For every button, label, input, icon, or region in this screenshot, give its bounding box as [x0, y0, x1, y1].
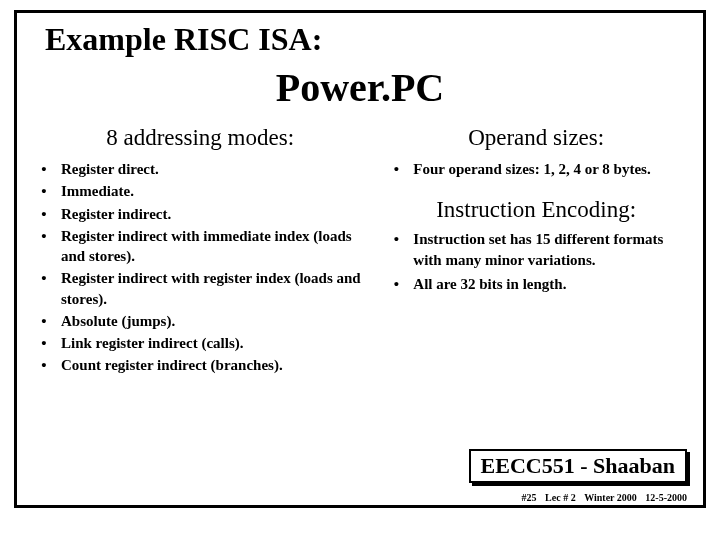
- list-item: •Absolute (jumps).: [27, 311, 373, 331]
- bullet-icon: •: [379, 229, 413, 270]
- footer-lecture: Lec # 2: [545, 492, 576, 503]
- bullet-icon: •: [27, 355, 61, 375]
- slide-frame: Example RISC ISA: Power.PC 8 addressing …: [14, 10, 706, 508]
- bullet-icon: •: [27, 159, 61, 179]
- list-item: •Register direct.: [27, 159, 373, 179]
- slide-footer: #25 Lec # 2 Winter 2000 12-5-2000: [516, 492, 687, 503]
- instruction-encoding-heading: Instruction Encoding:: [379, 197, 693, 223]
- bullet-icon: •: [27, 268, 61, 309]
- slide-subtitle: Power.PC: [17, 64, 703, 111]
- bullet-icon: •: [27, 311, 61, 331]
- list-text: Register indirect with register index (l…: [61, 268, 363, 309]
- bullet-icon: •: [27, 181, 61, 201]
- operand-sizes-heading: Operand sizes:: [379, 125, 693, 151]
- list-text: Immediate.: [61, 181, 363, 201]
- list-text: Instruction set has 15 different formats…: [413, 229, 683, 270]
- bullet-icon: •: [27, 333, 61, 353]
- bullet-icon: •: [379, 159, 413, 179]
- addressing-modes-list: •Register direct. •Immediate. •Register …: [27, 159, 373, 376]
- course-box: EECC551 - Shaaban: [469, 449, 687, 483]
- list-item: •Four operand sizes: 1, 2, 4 or 8 bytes.: [379, 159, 693, 179]
- addressing-modes-heading: 8 addressing modes:: [27, 125, 373, 151]
- bullet-icon: •: [379, 274, 413, 294]
- list-item: •Link register indirect (calls).: [27, 333, 373, 353]
- slide-title: Example RISC ISA:: [17, 13, 703, 58]
- footer-term: Winter 2000: [584, 492, 637, 503]
- left-column: 8 addressing modes: •Register direct. •I…: [27, 125, 373, 378]
- list-item: •Instruction set has 15 different format…: [379, 229, 693, 270]
- bullet-icon: •: [27, 204, 61, 224]
- list-item: •Immediate.: [27, 181, 373, 201]
- list-item: •Register indirect.: [27, 204, 373, 224]
- content-columns: 8 addressing modes: •Register direct. •I…: [17, 125, 703, 378]
- bullet-icon: •: [27, 226, 61, 267]
- right-column: Operand sizes: •Four operand sizes: 1, 2…: [373, 125, 693, 378]
- operand-sizes-list: •Four operand sizes: 1, 2, 4 or 8 bytes.: [379, 159, 693, 179]
- list-item: •Register indirect with register index (…: [27, 268, 373, 309]
- list-text: Register indirect.: [61, 204, 363, 224]
- list-item: •Register indirect with immediate index …: [27, 226, 373, 267]
- list-text: Register direct.: [61, 159, 363, 179]
- footer-date: 12-5-2000: [645, 492, 687, 503]
- instruction-encoding-list: •Instruction set has 15 different format…: [379, 229, 693, 294]
- list-text: All are 32 bits in length.: [413, 274, 683, 294]
- list-item: •All are 32 bits in length.: [379, 274, 693, 294]
- list-item: •Count register indirect (branches).: [27, 355, 373, 375]
- list-text: Absolute (jumps).: [61, 311, 363, 331]
- list-text: Link register indirect (calls).: [61, 333, 363, 353]
- list-text: Count register indirect (branches).: [61, 355, 363, 375]
- list-text: Four operand sizes: 1, 2, 4 or 8 bytes.: [413, 159, 683, 179]
- footer-slide-number: #25: [522, 492, 537, 503]
- list-text: Register indirect with immediate index (…: [61, 226, 363, 267]
